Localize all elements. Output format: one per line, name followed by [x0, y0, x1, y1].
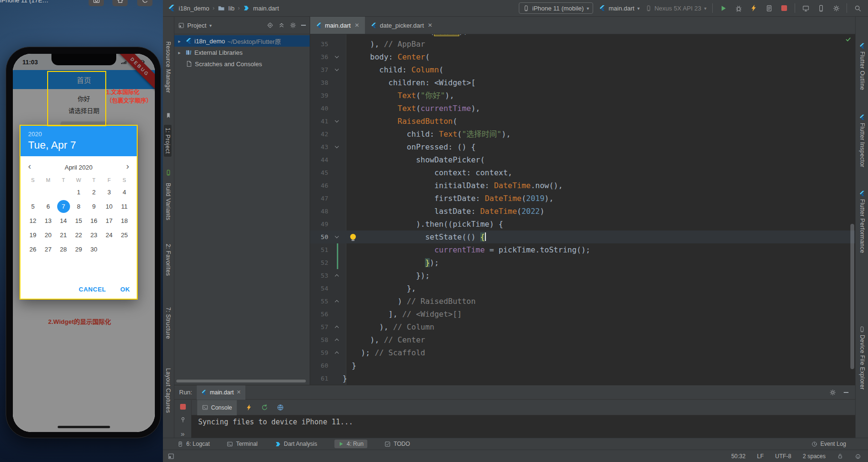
hide-panel-icon[interactable] [301, 25, 306, 26]
prev-month-button[interactable]: ‹ [28, 161, 31, 171]
day-cell[interactable]: 6 [40, 199, 56, 213]
day-cell[interactable]: 5 [25, 199, 40, 213]
day-cell[interactable]: 27 [40, 242, 56, 256]
code-line-53[interactable]: 53 }); [310, 269, 855, 282]
hot-reload-button[interactable] [749, 3, 758, 13]
line-separator[interactable]: LF [757, 453, 764, 460]
hot-reload-icon[interactable] [245, 404, 252, 411]
device-selector[interactable]: iPhone 11 (mobile) ▾ [519, 2, 593, 14]
code-line-38[interactable]: 38 children: <Widget>[ [310, 76, 855, 89]
day-cell[interactable]: 20 [40, 228, 56, 242]
console-output[interactable]: Syncing files to device iPhone 11... [192, 415, 855, 438]
emulator-tool-icon[interactable] [165, 170, 172, 176]
close-tab-icon[interactable]: ✕ [354, 22, 359, 29]
run-tab-main-dart[interactable]: main.dart ✕ [197, 385, 245, 400]
day-cell[interactable]: 1 [71, 185, 86, 199]
day-cell[interactable]: 4 [117, 185, 132, 199]
day-cell[interactable]: 26 [25, 242, 40, 256]
day-cell[interactable]: 3 [101, 185, 117, 199]
debug-attach-button[interactable] [734, 3, 743, 13]
screenshot-button[interactable] [89, 0, 104, 6]
code-line-61[interactable]: 61} [310, 372, 855, 385]
day-cell[interactable]: 22 [71, 228, 86, 242]
day-cell[interactable]: 10 [101, 199, 117, 213]
indent-setting[interactable]: 2 spaces [803, 453, 826, 460]
run-settings-icon[interactable] [829, 389, 836, 396]
code-line-36[interactable]: 36 body: Center( [310, 50, 855, 63]
stripe-device-file-explorer[interactable]: Device File Explorer [859, 335, 866, 390]
code-line-56[interactable]: 56 ], // <Widget>[] [310, 308, 855, 321]
fold-marker-icon[interactable] [332, 295, 343, 308]
stripe-build-variants[interactable]: Build Variants [165, 183, 172, 221]
stop-process-button[interactable] [180, 404, 186, 410]
collapse-all-icon[interactable] [278, 22, 285, 29]
fold-marker-icon[interactable] [332, 346, 343, 359]
readonly-lock-icon[interactable] [837, 453, 843, 459]
day-cell[interactable]: 16 [86, 213, 101, 228]
flutter-outline-icon[interactable] [859, 43, 865, 49]
highlighting-level-icon[interactable] [855, 453, 861, 460]
day-cell[interactable]: 18 [117, 213, 132, 228]
code-line-49[interactable]: 49 ).then((pickTime) { [310, 218, 855, 231]
home-button[interactable] [112, 0, 128, 6]
day-cell[interactable]: 2 [86, 185, 101, 199]
close-tab-icon[interactable]: ✕ [237, 389, 241, 395]
day-cell[interactable]: 24 [101, 228, 117, 242]
fold-marker-icon[interactable] [332, 50, 343, 63]
layout-inspector-button[interactable] [801, 3, 810, 13]
code-line-47[interactable]: 47 firstDate: DateTime(2019), [310, 192, 855, 205]
day-cell[interactable]: 12 [25, 213, 40, 228]
tree-scratches[interactable]: Scratches and Consoles [174, 58, 310, 70]
device-mirror-button[interactable] [816, 3, 826, 13]
project-panel-title[interactable]: Project [187, 22, 206, 29]
toolbar-dart-analysis[interactable]: Dart Analysis [275, 441, 317, 447]
tab-main-dart[interactable]: main.dart ✕ [310, 17, 365, 34]
day-cell[interactable]: 21 [56, 228, 71, 242]
search-everywhere-button[interactable] [853, 3, 862, 13]
fold-marker-icon[interactable] [332, 63, 343, 76]
code-line-51[interactable]: 51 currentTime = pickTime.toString(); [310, 243, 855, 256]
breadcrumb-file[interactable]: main.dart [253, 5, 279, 12]
code-line-54[interactable]: 54 }, [310, 282, 855, 295]
device-explorer-icon[interactable] [859, 326, 865, 332]
fold-marker-icon[interactable] [332, 141, 343, 153]
tool-windows-toggle-icon[interactable] [168, 453, 174, 460]
day-cell[interactable]: 29 [71, 242, 86, 256]
toolbar-logcat[interactable]: 6: Logcat [177, 441, 210, 447]
code-line-35[interactable]: 35 ), // AppBar [310, 38, 855, 50]
code-line-48[interactable]: 48 lastDate: DateTime(2022) [310, 205, 855, 218]
stripe-favorites[interactable]: 2: Favorites [165, 244, 172, 276]
fold-marker-icon[interactable] [332, 115, 343, 128]
console-tab[interactable]: Console [197, 400, 237, 415]
inspection-ok-icon[interactable] [845, 36, 851, 42]
day-cell[interactable]: 25 [117, 228, 132, 242]
expand-arrow-icon[interactable]: ▸ [178, 39, 183, 44]
code-line-41[interactable]: 41 RaisedButton( [310, 115, 855, 128]
intention-bulb-icon[interactable] [350, 234, 356, 240]
code-line-42[interactable]: 42 child: Text("选择时间"), [310, 128, 855, 141]
code-line-59[interactable]: 59 ); // Scaffold [310, 346, 855, 359]
day-cell[interactable]: 28 [56, 242, 71, 256]
next-month-button[interactable]: › [126, 161, 129, 171]
ok-button[interactable]: OK [121, 286, 131, 293]
stripe-flutter-inspector[interactable]: Flutter Inspector [859, 123, 866, 168]
run-config-selector[interactable]: main.dart ▾ [599, 5, 639, 12]
day-cell[interactable]: 11 [117, 199, 132, 213]
toolbar-terminal[interactable]: Terminal [227, 441, 257, 447]
stripe-resource-manager[interactable]: Resource Manager [165, 41, 172, 93]
code-line-52[interactable]: 52 }); [310, 256, 855, 269]
stripe-structure[interactable]: 7: Structure [165, 307, 172, 339]
day-cell[interactable]: 15 [71, 213, 86, 228]
day-cell[interactable]: 7 [57, 200, 70, 213]
fold-marker-icon[interactable] [332, 269, 343, 282]
day-cell[interactable]: 8 [71, 199, 86, 213]
stop-button[interactable] [779, 3, 789, 13]
breadcrumb-dir[interactable]: lib [228, 5, 234, 12]
toolbar-run[interactable]: 4: Run [334, 440, 367, 448]
code-line-60[interactable]: 60 } [310, 359, 855, 372]
bookmark-icon[interactable] [165, 112, 172, 119]
code-line-40[interactable]: 40 Text(currentTime), [310, 102, 855, 115]
cancel-button[interactable]: CANCEL [79, 286, 106, 293]
stripe-flutter-outline[interactable]: Flutter Outline [859, 51, 866, 90]
pin-tab-icon[interactable] [180, 416, 186, 423]
